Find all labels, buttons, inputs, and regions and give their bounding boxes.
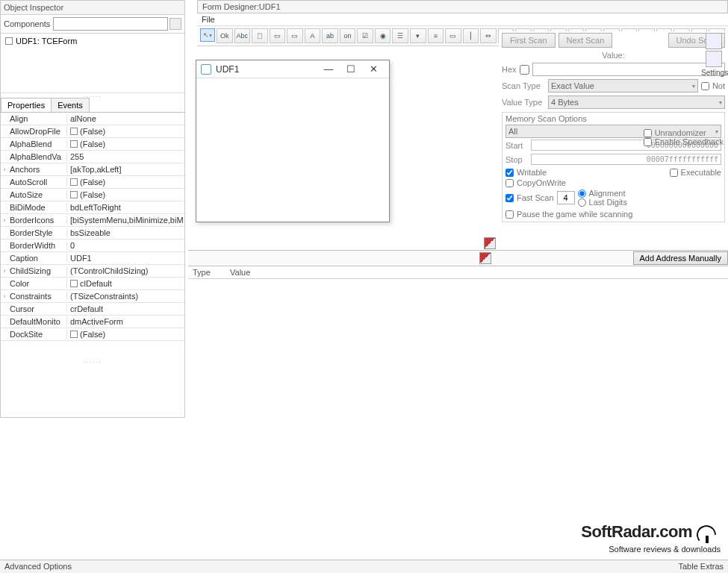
prop-row-align[interactable]: AlignalNone — [1, 113, 184, 125]
tool-on[interactable]: on — [340, 28, 356, 43]
form-designer-title: Form Designer:UDF1 — [197, 0, 728, 13]
start-label: Start — [505, 141, 528, 150]
unrandomizer-label: Unrandomizer — [655, 128, 706, 137]
inspector-tabs: Properties Events — [1, 98, 184, 113]
tool-image[interactable]: ▭ — [270, 28, 286, 43]
status-left[interactable]: Advanced Options — [4, 562, 72, 572]
tool-label[interactable]: ⎕ — [252, 28, 268, 43]
prop-row-allowdropfile[interactable]: AllowDropFile (False) — [1, 125, 184, 138]
tool-combo[interactable]: ▾ — [410, 28, 426, 43]
property-grid[interactable]: AlignalNoneAllowDropFile (False)AlphaBle… — [1, 113, 184, 359]
prop-row-color[interactable]: Color clDefault — [1, 278, 184, 290]
prop-row-alphablend[interactable]: AlphaBlend (False) — [1, 138, 184, 151]
scan-type-select[interactable]: Exact Value — [548, 79, 698, 93]
components-filter-button[interactable] — [169, 18, 181, 30]
alignment-radio[interactable] — [578, 190, 586, 198]
executable-checkbox[interactable] — [670, 169, 678, 177]
prop-row-cursor[interactable]: CursorcrDefault — [1, 303, 184, 316]
scan-panel: First Scan Next Scan Undo Scan Value: He… — [499, 31, 728, 250]
alignment-label: Alignment — [589, 189, 626, 198]
udf1-titlebar[interactable]: UDF1 — ☐ ✕ — [196, 60, 389, 78]
prop-row-alphablendva[interactable]: AlphaBlendVa255 — [1, 151, 184, 163]
splitter-bottom[interactable]: ······ — [1, 359, 184, 363]
form-icon — [5, 37, 13, 45]
tool-panel[interactable]: ▭ — [287, 28, 303, 43]
tool-scroll[interactable]: ⇔ — [480, 28, 497, 43]
tool-ab[interactable]: ab — [322, 28, 338, 43]
hex-checkbox[interactable] — [520, 65, 529, 75]
tool-check[interactable]: ☑ — [357, 28, 373, 43]
prop-row-borderstyle[interactable]: BorderStylebsSizeable — [1, 227, 184, 239]
unrandomizer-checkbox[interactable] — [644, 129, 652, 137]
first-scan-button[interactable]: First Scan — [502, 33, 556, 48]
speedhack-checkbox[interactable] — [644, 138, 652, 146]
mid-bar: Add Address Manually — [188, 250, 728, 266]
paint-icon[interactable] — [479, 252, 491, 264]
minimize-button[interactable]: — — [317, 63, 340, 75]
components-label: Components — [4, 19, 50, 28]
lastdigits-radio[interactable] — [578, 198, 586, 207]
fastscan-checkbox[interactable] — [505, 194, 514, 202]
tool-group[interactable]: ▭ — [445, 28, 461, 43]
prop-row-autoscroll[interactable]: AutoScroll (False) — [1, 176, 184, 189]
col-value[interactable]: Value — [230, 268, 250, 277]
tab-events[interactable]: Events — [51, 98, 90, 112]
tree-item-label: UDF1: TCEForm — [16, 37, 77, 46]
tree-item-udf1[interactable]: UDF1: TCEForm — [5, 37, 180, 46]
watermark-title: SoftRadar.com — [581, 522, 692, 541]
tool-splitter[interactable]: ⎮ — [463, 28, 479, 43]
fastscan-value[interactable] — [557, 191, 575, 204]
tab-properties[interactable]: Properties — [1, 98, 52, 112]
close-button[interactable]: ✕ — [362, 63, 385, 75]
writable-checkbox[interactable] — [505, 169, 514, 177]
prop-row-docksite[interactable]: DockSite (False) — [1, 328, 184, 341]
components-tree[interactable]: UDF1: TCEForm — [1, 34, 184, 93]
value-type-select[interactable]: 4 Bytes — [548, 96, 725, 109]
prop-row-caption[interactable]: CaptionUDF1 — [1, 252, 184, 265]
prop-row-bidimode[interactable]: BiDiModebdLeftToRight — [1, 201, 184, 214]
add-address-button[interactable]: Add Address Manually — [633, 251, 728, 265]
tool-radio[interactable]: ◉ — [375, 28, 391, 43]
pause-checkbox[interactable] — [505, 210, 514, 219]
menu-file[interactable]: File — [202, 15, 215, 24]
prop-row-bordericons[interactable]: ›BorderIcons[biSystemMenu,biMinimize,biM — [1, 214, 184, 227]
prop-row-anchors[interactable]: ›Anchors[akTop,akLeft] — [1, 163, 184, 176]
tool-label2[interactable]: A — [305, 28, 321, 43]
udf1-design-surface[interactable] — [199, 80, 386, 219]
prop-row-autosize[interactable]: AutoSize (False) — [1, 189, 184, 201]
not-label: Not — [712, 81, 725, 90]
tool-ok[interactable]: Ok — [217, 28, 233, 43]
value-label: Value: — [602, 51, 624, 60]
prop-row-borderwidth[interactable]: BorderWidth0 — [1, 239, 184, 252]
tool-abc[interactable]: Abc — [234, 28, 251, 43]
components-row: Components — [1, 15, 184, 34]
menu-bar: File — [197, 13, 728, 26]
app-icon — [201, 64, 211, 75]
results-panel: Type Value — [188, 266, 728, 558]
cursor-icon[interactable] — [706, 33, 722, 49]
settings-icon[interactable] — [706, 51, 722, 67]
stop-input[interactable]: 00007fffffffffff — [531, 154, 721, 165]
tool-list[interactable]: ☰ — [392, 28, 408, 43]
components-input[interactable] — [53, 17, 168, 31]
value-input[interactable] — [532, 63, 725, 76]
col-type[interactable]: Type — [193, 268, 230, 277]
scan-type-label: Scan Type — [502, 81, 545, 90]
value-type-label: Value Type — [502, 98, 545, 107]
prop-row-constraints[interactable]: ›Constraints(TSizeConstraints) — [1, 290, 184, 303]
next-scan-button[interactable]: Next Scan — [559, 33, 613, 48]
maximize-button[interactable]: ☐ — [340, 63, 362, 75]
prop-row-defaultmonito[interactable]: DefaultMonitodmActiveForm — [1, 316, 184, 328]
status-bar: Advanced Options Table Extras — [0, 560, 728, 573]
tool-memo[interactable]: ≡ — [428, 28, 444, 43]
tool-pointer[interactable]: ↖ — [200, 28, 215, 42]
executable-label: Executable — [681, 168, 721, 177]
udf1-window[interactable]: UDF1 — ☐ ✕ — [196, 60, 390, 222]
brush-icon[interactable] — [484, 237, 496, 249]
not-checkbox[interactable] — [701, 82, 709, 90]
cow-checkbox[interactable] — [505, 179, 514, 187]
results-header: Type Value — [188, 266, 728, 279]
prop-row-childsizing[interactable]: ›ChildSizing(TControlChildSizing) — [1, 265, 184, 278]
status-right[interactable]: Table Extras — [678, 562, 724, 572]
writable-label: Writable — [517, 168, 547, 177]
